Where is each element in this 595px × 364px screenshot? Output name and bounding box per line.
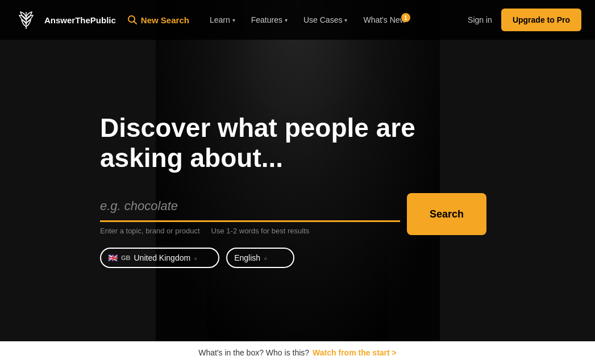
search-input[interactable] bbox=[100, 193, 400, 222]
upgrade-button[interactable]: Upgrade to Pro bbox=[501, 9, 581, 32]
language-dropdown-wrap: English ⬦ bbox=[226, 248, 294, 268]
search-icon bbox=[127, 15, 138, 25]
new-search-link[interactable]: New Search bbox=[127, 15, 189, 25]
search-hint-left: Enter a topic, brand or product bbox=[100, 227, 200, 235]
chevron-down-icon: ▾ bbox=[232, 17, 235, 23]
chevron-down-icon: ⬦ bbox=[194, 254, 198, 261]
hero-title: Discover what people are asking about... bbox=[100, 113, 464, 173]
country-label: United Kingdom bbox=[134, 253, 191, 262]
bottom-bar-text: What's in the box? Who is this? bbox=[198, 348, 309, 357]
navbar: AnswerThePublic New Search Learn ▾ Featu… bbox=[0, 0, 595, 40]
nav-item-whats-new[interactable]: What's New 1 bbox=[356, 11, 412, 29]
country-select[interactable]: 🇬🇧 GB United Kingdom ⬦ bbox=[100, 248, 219, 268]
logo-text: AnswerThePublic bbox=[44, 15, 116, 25]
flag-code: GB bbox=[121, 254, 131, 261]
nav-item-learn[interactable]: Learn ▾ bbox=[203, 11, 242, 29]
search-hint-right: Use 1-2 words for best results bbox=[211, 227, 310, 235]
search-hints: Enter a topic, brand or product Use 1-2 … bbox=[100, 227, 400, 235]
flag-icon: 🇬🇧 bbox=[108, 253, 118, 262]
svg-line-2 bbox=[134, 22, 136, 24]
search-row: Enter a topic, brand or product Use 1-2 … bbox=[100, 193, 486, 235]
language-label: English bbox=[234, 253, 260, 262]
logo-link[interactable]: AnswerThePublic bbox=[14, 7, 116, 32]
dropdowns-row: 🇬🇧 GB United Kingdom ⬦ English ⬦ bbox=[100, 248, 493, 268]
nav-item-features[interactable]: Features ▾ bbox=[244, 11, 294, 29]
bottom-bar: What's in the box? Who is this? Watch fr… bbox=[0, 341, 595, 364]
chevron-down-icon: ▾ bbox=[285, 17, 288, 23]
notification-badge: 1 bbox=[401, 13, 410, 22]
nav-item-use-cases[interactable]: Use Cases ▾ bbox=[297, 11, 354, 29]
language-select[interactable]: English ⬦ bbox=[226, 248, 294, 268]
search-button[interactable]: Search bbox=[407, 193, 486, 235]
sign-in-link[interactable]: Sign in bbox=[459, 11, 501, 29]
watch-link[interactable]: Watch from the start > bbox=[313, 348, 397, 357]
country-dropdown-wrap: 🇬🇧 GB United Kingdom ⬦ bbox=[100, 248, 219, 268]
new-search-label: New Search bbox=[141, 15, 189, 25]
nav-links: Learn ▾ Features ▾ Use Cases ▾ What's Ne… bbox=[203, 11, 459, 29]
logo-icon bbox=[14, 7, 39, 32]
search-input-wrap: Enter a topic, brand or product Use 1-2 … bbox=[100, 193, 400, 235]
hero-section: Discover what people are asking about...… bbox=[0, 40, 595, 341]
chevron-down-icon: ▾ bbox=[344, 17, 347, 23]
chevron-down-icon: ⬦ bbox=[264, 254, 268, 261]
